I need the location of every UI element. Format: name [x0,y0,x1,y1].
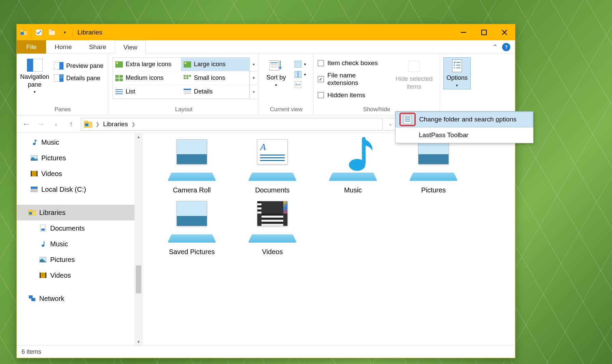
preview-pane-button[interactable]: Preview pane [52,61,105,71]
library-thumb [408,139,459,184]
address-dropdown[interactable]: ⌄ [385,118,396,131]
minimize-button[interactable] [454,24,473,40]
hidden-items-toggle[interactable]: Hidden items [317,90,389,100]
svg-rect-35 [269,61,279,70]
layout-details[interactable]: Details [181,85,249,99]
libraries-icon [28,209,36,216]
details-pane-button[interactable]: Details pane [52,73,105,83]
library-item[interactable]: Music [314,139,392,194]
sidebar-item-music[interactable]: Music [17,134,142,150]
ribbon-group-layout: Extra large icons Large icons Medium ico… [109,54,259,115]
tab-share[interactable]: Share [81,40,115,54]
file-name-extensions-toggle[interactable]: ✓File name extensions [317,70,389,88]
titlebar-separator [31,28,31,37]
library-item[interactable]: Camera Roll [153,139,231,194]
titlebar-separator [72,28,73,37]
svg-rect-39 [295,61,301,68]
sidebar: Music Pictures Videos Local Disk (C:) Li… [17,133,142,346]
layout-large[interactable]: Large icons [181,58,249,71]
library-item[interactable]: Saved Pictures [153,201,231,256]
layout-medium[interactable]: Medium icons [113,71,181,85]
sidebar-scrollbar[interactable]: ▲▼ [134,133,142,346]
layout-small[interactable]: Small icons [181,71,249,85]
hide-selected-button[interactable]: Hide selected items [392,57,436,90]
svg-rect-23 [119,78,123,81]
sidebar-item-videos[interactable]: Videos [17,166,142,181]
sidebar-item-network[interactable]: Network [17,291,142,306]
svg-rect-41 [298,71,301,78]
group-label-layout: Layout [112,105,255,115]
status-count: 6 items [22,348,41,355]
ribbon-collapse-icon[interactable]: ⌃ [492,43,498,51]
svg-rect-9 [27,59,33,72]
help-icon[interactable]: ? [502,43,510,51]
network-icon [28,295,36,302]
sidebar-sub-music[interactable]: Music [17,236,142,252]
libraries-icon [84,121,92,128]
library-name: Pictures [421,186,446,194]
library-item[interactable]: Videos [233,201,312,256]
group-by-button[interactable]: ▾ [293,59,308,69]
item-check-boxes-toggle[interactable]: Item check boxes [317,58,389,68]
size-columns-button[interactable] [293,80,308,89]
svg-rect-40 [295,71,298,78]
navigation-pane-button[interactable]: Navigation pane ▾ [20,57,49,94]
ribbon-group-panes: Navigation pane ▾ Preview pane Details p… [17,54,109,115]
library-name: Videos [262,248,283,256]
library-name: Music [344,186,362,194]
back-button[interactable]: ← [19,117,33,131]
svg-rect-46 [84,121,88,123]
chevron-right-icon: ❯ [96,121,100,127]
maximize-button[interactable] [474,24,494,40]
svg-rect-11 [59,62,63,70]
svg-rect-22 [115,78,119,81]
layout-spinner[interactable]: ▲▼▾ [250,57,258,99]
recent-locations-button[interactable]: ⌄ [49,117,63,131]
svg-rect-6 [461,32,466,33]
layout-list[interactable]: List [113,85,181,99]
window-title: Libraries [77,29,102,36]
up-button[interactable]: ↑ [64,117,78,131]
sidebar-item-localdisk[interactable]: Local Disk (C:) [17,181,142,197]
qat-dropdown-icon[interactable]: ▼ [59,26,71,39]
chevron-right-icon[interactable]: ❯ [131,121,136,127]
svg-rect-47 [85,123,88,126]
sort-by-button[interactable]: Sort by▾ [262,57,290,87]
library-item[interactable]: Documents [233,139,312,194]
svg-rect-20 [115,75,119,78]
sidebar-sub-documents[interactable]: Documents [17,220,142,236]
svg-rect-21 [119,75,123,78]
explorer-window: ▼ Libraries File Home Share View ⌃ ? Nav… [16,24,515,358]
library-item[interactable]: Pictures [394,139,473,194]
breadcrumb-libraries[interactable]: Libraries [103,120,128,128]
tab-view[interactable]: View [115,41,146,54]
tab-home[interactable]: Home [46,40,81,54]
qat-newfolder-icon[interactable] [46,26,58,39]
svg-rect-58 [29,212,32,215]
svg-rect-55 [31,187,38,189]
add-columns-button[interactable]: ▾ [293,70,308,79]
sidebar-item-libraries[interactable]: Libraries [17,205,142,220]
ribbon-tabs: File Home Share View ⌃ ? [17,40,515,54]
menu-change-folder-options[interactable]: Change folder and search options [396,112,533,127]
svg-point-19 [184,62,186,64]
qat-properties-icon[interactable] [33,26,45,39]
forward-button[interactable]: → [34,117,48,131]
library-thumb [327,139,379,184]
tab-file[interactable]: File [17,40,46,54]
svg-point-50 [33,143,35,145]
content-area: Music Pictures Videos Local Disk (C:) Li… [17,133,515,346]
sidebar-sub-pictures[interactable]: Pictures [17,252,142,267]
sidebar-sub-videos[interactable]: Videos [17,267,142,283]
doc-icon [39,224,47,232]
address-field[interactable]: ❯ Libraries ❯ [81,118,383,131]
svg-rect-28 [186,77,188,79]
menu-lastpass-toolbar[interactable]: LastPass Toolbar [396,127,533,143]
options-button[interactable]: Options▾ [443,57,471,89]
close-button[interactable] [495,24,514,40]
layout-extra-large[interactable]: Extra large icons [113,58,181,71]
library-thumb [247,201,298,245]
svg-rect-32 [184,89,191,90]
sidebar-item-pictures[interactable]: Pictures [17,150,142,166]
main-pane: Camera RollDocumentsMusicPicturesSaved P… [142,133,515,346]
